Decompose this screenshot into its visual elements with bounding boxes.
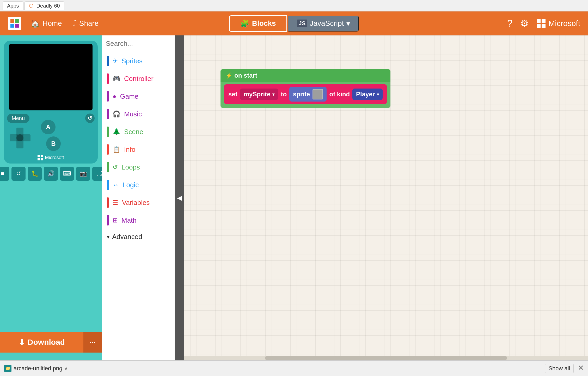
ofkind-label: of kind xyxy=(329,91,350,98)
category-game[interactable]: ● Game xyxy=(102,87,175,105)
sprite-preview[interactable] xyxy=(313,89,323,99)
editor-tabs: 🧩 Blocks JS JavaScript ▾ xyxy=(229,15,359,32)
svg-rect-2 xyxy=(10,24,14,28)
dpad-center xyxy=(16,134,23,141)
category-info[interactable]: 📋 Info xyxy=(102,141,175,158)
loops-bar xyxy=(107,162,109,172)
screenshot-button[interactable]: 📷 xyxy=(76,167,90,181)
collapse-panel-button[interactable]: ◀ xyxy=(175,35,184,360)
tab-deadly60[interactable]: ⬡ Deadly 60 xyxy=(24,1,64,10)
category-controller[interactable]: 🎮 Controller xyxy=(102,70,175,87)
home-icon: 🏠 xyxy=(31,19,40,28)
restart-button[interactable]: ↺ xyxy=(11,167,26,181)
status-bar: 📁 arcade-uniltled.png ∧ Show all ✕ xyxy=(0,360,588,376)
deadly60-icon: ⬡ xyxy=(29,3,33,9)
advanced-expand-icon: ▾ xyxy=(107,234,109,240)
math-label: Math xyxy=(121,216,137,224)
advanced-section[interactable]: ▾ Advanced xyxy=(102,229,175,245)
dpad[interactable] xyxy=(10,128,30,148)
category-scene[interactable]: 🌲 Scene xyxy=(102,123,175,141)
browser-tab-bar: Apps ⬡ Deadly 60 xyxy=(0,0,588,11)
tab-javascript[interactable]: JS JavaScript ▾ xyxy=(288,16,359,32)
category-math[interactable]: ⊞ Math xyxy=(102,211,175,229)
simulator-screen xyxy=(9,44,93,110)
category-logic[interactable]: ↔ Logic xyxy=(102,176,175,194)
sprite-picker-block[interactable]: sprite xyxy=(289,87,327,102)
tab-apps[interactable]: Apps xyxy=(3,1,23,10)
workspace[interactable]: ⚡ on start set mySprite ▾ to sprite of k… xyxy=(184,35,588,360)
button-a[interactable]: A xyxy=(41,120,56,134)
logic-icon: ↔ xyxy=(113,181,119,189)
show-all-button[interactable]: Show all xyxy=(545,364,573,373)
logic-label: Logic xyxy=(123,181,139,189)
collapse-icon: ◀ xyxy=(177,194,182,202)
category-loops[interactable]: ↺ Loops xyxy=(102,158,175,176)
player-dropdown-icon: ▾ xyxy=(377,92,379,97)
share-icon: ⤴ xyxy=(73,19,77,28)
tab-blocks[interactable]: 🧩 Blocks xyxy=(229,15,287,32)
player-block[interactable]: Player ▾ xyxy=(352,89,383,100)
game-bar xyxy=(107,91,109,102)
js-dropdown-icon: ▾ xyxy=(346,19,350,28)
on-start-block[interactable]: ⚡ on start set mySprite ▾ to sprite of k… xyxy=(220,69,390,108)
sim-microsoft-label: Microsoft xyxy=(38,155,64,160)
music-icon: 🎧 xyxy=(113,110,120,118)
close-status-button[interactable]: ✕ xyxy=(578,364,584,372)
variables-icon: ☰ xyxy=(113,199,118,206)
button-b[interactable]: B xyxy=(46,136,61,151)
ab-buttons: A B xyxy=(41,125,63,151)
svg-rect-4 xyxy=(537,19,541,23)
stop-button[interactable]: ■ xyxy=(0,167,9,181)
variables-label: Variables xyxy=(122,199,150,207)
topbar-right: ? ⚙ Microsoft xyxy=(507,18,580,29)
scene-bar xyxy=(107,127,109,137)
svg-rect-7 xyxy=(542,24,546,28)
horizontal-scrollbar[interactable] xyxy=(184,356,588,360)
game-label: Game xyxy=(120,92,139,101)
svg-rect-1 xyxy=(15,19,19,23)
math-bar xyxy=(107,215,109,225)
category-sprites[interactable]: ✈ Sprites xyxy=(102,52,175,70)
download-button[interactable]: ⬇ Download xyxy=(0,332,83,353)
status-right: Show all ✕ xyxy=(545,364,584,373)
debug-button[interactable]: 🐛 xyxy=(28,167,42,181)
simulator-menu-button[interactable]: Menu xyxy=(7,114,29,123)
on-start-body: set mySprite ▾ to sprite of kind Player … xyxy=(220,82,390,108)
simulator-panel: Menu ↺ A B xyxy=(0,35,102,360)
status-filename: arcade-uniltled.png xyxy=(14,365,62,372)
sound-button[interactable]: 🔊 xyxy=(44,167,58,181)
ms-logo-icon-sim xyxy=(38,155,43,160)
settings-button[interactable]: ⚙ xyxy=(520,18,529,29)
search-box: 🔍 xyxy=(102,35,175,52)
category-music[interactable]: 🎧 Music xyxy=(102,105,175,123)
microsoft-logo: Microsoft xyxy=(536,19,580,28)
svg-rect-6 xyxy=(537,24,541,28)
sprite-label: sprite xyxy=(293,91,310,98)
deadly60-tab-label: Deadly 60 xyxy=(36,3,60,9)
blocks-icon: 🧩 xyxy=(240,19,249,28)
loops-label: Loops xyxy=(121,163,140,171)
download-more-button[interactable]: ··· xyxy=(83,332,102,353)
home-button[interactable]: 🏠 Home xyxy=(27,17,66,30)
svg-rect-11 xyxy=(41,158,43,160)
mysprite-label: mySprite xyxy=(244,91,271,98)
status-expand-icon: ∧ xyxy=(64,366,68,371)
sim-controls-row: A B xyxy=(7,125,95,151)
svg-rect-9 xyxy=(41,155,43,157)
player-label: Player xyxy=(356,91,375,98)
set-block[interactable]: set mySprite ▾ to sprite of kind Player … xyxy=(224,84,387,104)
simulator-refresh-button[interactable]: ↺ xyxy=(85,114,95,123)
categories-panel: 🔍 ✈ Sprites 🎮 Controller ● Game 🎧 Music … xyxy=(102,35,175,360)
app-logo xyxy=(8,17,21,30)
loops-icon: ↺ xyxy=(113,164,118,171)
share-button[interactable]: ⤴ Share xyxy=(69,17,103,30)
game-icon: ● xyxy=(113,93,117,100)
svg-rect-3 xyxy=(15,24,19,28)
mysprite-block[interactable]: mySprite ▾ xyxy=(240,89,278,100)
keyboard-button[interactable]: ⌨ xyxy=(60,167,74,181)
search-input[interactable] xyxy=(106,40,175,48)
category-variables[interactable]: ☰ Variables xyxy=(102,194,175,211)
logo-icon xyxy=(10,19,19,28)
help-button[interactable]: ? xyxy=(507,18,512,29)
main-area: Menu ↺ A B xyxy=(0,35,588,360)
